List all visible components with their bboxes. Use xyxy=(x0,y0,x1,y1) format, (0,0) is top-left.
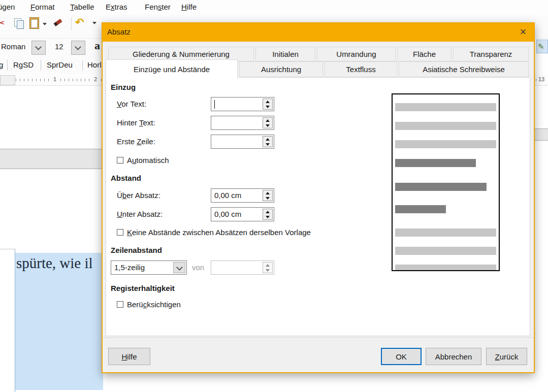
ruler-number-13: 13 xyxy=(537,76,545,82)
automatisch-checkbox[interactable] xyxy=(117,157,123,164)
vor-text-label: Vor Text: xyxy=(117,100,146,108)
tab-einzuege-und-abstaende[interactable]: Einzüge und Abstände xyxy=(106,59,238,78)
combo-dropdown-button[interactable] xyxy=(173,262,185,273)
absatz-dialog: Absatz × Gliederung & Nummerierung Initi… xyxy=(102,22,535,373)
footer-separator xyxy=(103,337,534,338)
style-toolbar: g RgSD SprDeu Horl xyxy=(0,57,102,74)
chevron-down-icon xyxy=(176,264,183,271)
tab-transparenz[interactable]: Transparenz xyxy=(453,47,529,61)
spin-down-icon[interactable] xyxy=(266,124,270,127)
tab-ausrichtung[interactable]: Ausrichtung xyxy=(239,61,323,77)
undo-icon[interactable]: ↶ xyxy=(75,16,84,28)
hinter-text-input[interactable] xyxy=(211,116,274,130)
vor-text-spinner[interactable] xyxy=(263,99,273,110)
button-label: OK xyxy=(396,352,407,361)
spin-down-icon[interactable] xyxy=(266,197,270,200)
zeilenabstand-select[interactable]: 1,5-zeilig xyxy=(111,260,187,275)
dialog-titlebar[interactable]: Absatz × xyxy=(103,23,534,42)
undo-dropdown-caret[interactable] xyxy=(92,22,96,24)
menu-fenster[interactable]: Fenster xyxy=(145,3,171,11)
close-icon[interactable]: × xyxy=(514,24,532,41)
tab-label: Ausrichtung xyxy=(261,65,301,74)
beruecksichtigen-label[interactable]: Berücksichtigen xyxy=(127,300,181,309)
ok-button[interactable]: OK xyxy=(381,348,422,365)
abstand-heading: Abstand xyxy=(111,174,141,182)
style-button-rgsd[interactable]: RgSD xyxy=(13,60,34,69)
tab-asiatische-schreibweise[interactable]: Asiatische Schreibweise xyxy=(399,61,529,77)
paste-dropdown-caret[interactable] xyxy=(43,23,47,25)
tab-flaeche[interactable]: Fläche xyxy=(397,47,452,61)
toolbar-separator xyxy=(41,60,41,71)
unter-absatz-label: Unter Absatz: xyxy=(117,210,163,218)
style-button-horl[interactable]: Horl xyxy=(87,60,102,69)
font-name-combo[interactable]: Roman xyxy=(1,42,25,51)
vor-text-input[interactable] xyxy=(211,97,274,111)
ruler-number-2: 2 xyxy=(93,76,98,82)
preview-bar xyxy=(395,122,496,130)
cut-icon[interactable]: ✂ xyxy=(0,17,5,29)
ruler-number-1: 1 xyxy=(52,76,57,82)
clone-formatting-icon[interactable] xyxy=(53,18,64,26)
spin-up-icon[interactable] xyxy=(266,101,270,103)
abbrechen-button[interactable]: Abbrechen xyxy=(426,348,481,365)
beruecksichtigen-checkbox[interactable] xyxy=(117,301,123,308)
ueber-absatz-label: Über Absatz: xyxy=(117,191,160,200)
zurueck-button[interactable]: Zurück xyxy=(486,348,527,365)
document-text[interactable]: spürte, wie il xyxy=(16,255,93,272)
unter-absatz-spinner[interactable] xyxy=(263,209,273,220)
menu-extras[interactable]: Extras xyxy=(106,3,127,11)
von-input-disabled xyxy=(211,260,274,275)
keine-abstaende-checkbox[interactable] xyxy=(117,229,123,236)
spin-up-icon[interactable] xyxy=(266,119,270,122)
preview-bar xyxy=(395,140,496,148)
automatisch-label[interactable]: Automatisch xyxy=(127,156,169,165)
preview-bar xyxy=(395,103,496,111)
ueber-absatz-spinner[interactable] xyxy=(263,190,273,201)
zeilenabstand-heading: Zeilenabstand xyxy=(111,246,162,254)
spin-down-icon[interactable] xyxy=(266,106,270,108)
paragraph-preview xyxy=(392,93,500,271)
keine-abstaende-label[interactable]: Keine Abstände zwischen Absätzen derselb… xyxy=(127,228,311,237)
style-button-sprdeu[interactable]: SprDeu xyxy=(47,60,73,69)
bold-a-partial-icon[interactable]: a xyxy=(94,39,100,52)
ueber-absatz-input[interactable]: 0,00 cm xyxy=(211,188,274,203)
menu-tabelle[interactable]: Tabelle xyxy=(70,3,94,11)
font-name-dropdown[interactable] xyxy=(31,41,46,55)
menu-einfuegen[interactable]: ügen xyxy=(0,3,15,11)
tab-label: Einzüge und Abstände xyxy=(134,65,210,74)
spin-down-icon[interactable] xyxy=(266,143,270,146)
menu-format[interactable]: Format xyxy=(30,3,55,11)
spin-down-icon[interactable] xyxy=(266,216,270,218)
tab-textfluss[interactable]: Textfluss xyxy=(325,61,397,77)
page-gap xyxy=(0,149,103,169)
unter-absatz-input[interactable]: 0,00 cm xyxy=(211,207,274,221)
tab-initialen[interactable]: Initialen xyxy=(255,47,315,61)
font-size-dropdown[interactable] xyxy=(71,41,85,55)
button-label: Abbrechen xyxy=(435,352,472,361)
menu-bar: ügen Format Tabelle Extras Fenster Hilfe xyxy=(0,0,548,15)
tab-label: Asiatische Schreibweise xyxy=(423,65,505,74)
page-gap xyxy=(534,128,548,141)
erste-zeile-input[interactable] xyxy=(211,135,274,149)
spin-up-icon[interactable] xyxy=(266,192,270,194)
style-button-g[interactable]: g xyxy=(0,60,3,69)
hinter-text-spinner[interactable] xyxy=(263,117,273,128)
button-label: Hilfe xyxy=(121,352,137,361)
einzug-heading: Einzug xyxy=(111,83,136,91)
text-selection-highlight[interactable] xyxy=(15,253,103,390)
button-label: Zurück xyxy=(495,352,519,361)
hilfe-button[interactable]: Hilfe xyxy=(108,348,150,365)
preview-bar xyxy=(395,183,487,191)
spin-up-icon[interactable] xyxy=(266,211,270,213)
font-size-combo[interactable]: 12 xyxy=(55,42,63,51)
screen: ügen Format Tabelle Extras Fenster Hilfe… xyxy=(0,0,548,392)
sidebar-pen-button[interactable]: ✎ xyxy=(536,40,548,53)
toolbar-separator xyxy=(7,60,8,71)
erste-zeile-spinner[interactable] xyxy=(263,136,273,147)
menu-hilfe[interactable]: Hilfe xyxy=(181,3,197,11)
tab-label: Textfluss xyxy=(346,65,375,74)
tab-umrandung[interactable]: Umrandung xyxy=(317,47,396,61)
spin-up-icon xyxy=(266,264,270,267)
toolbar-separator xyxy=(82,60,83,71)
spin-up-icon[interactable] xyxy=(266,138,270,141)
